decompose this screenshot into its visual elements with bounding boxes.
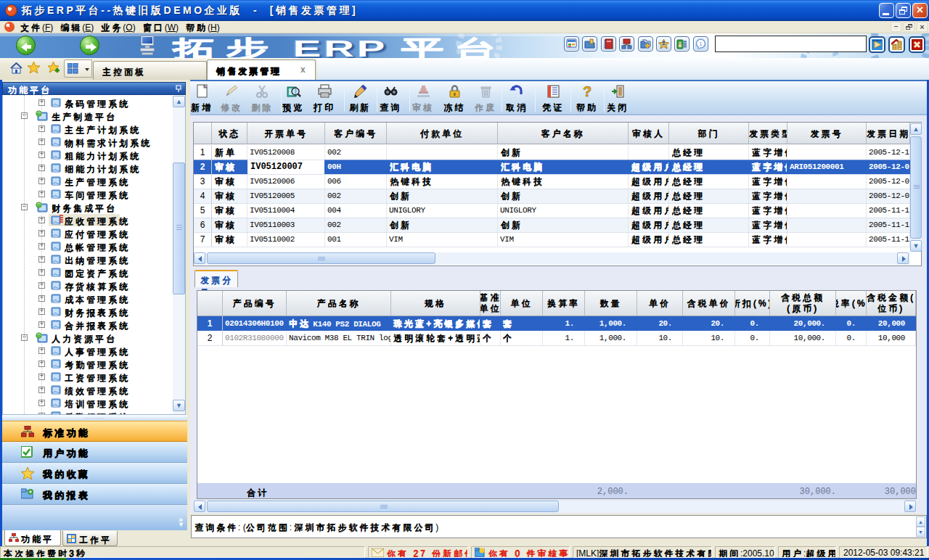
svg-text:?: ?: [583, 84, 592, 99]
svg-text:1: 1: [699, 41, 703, 47]
